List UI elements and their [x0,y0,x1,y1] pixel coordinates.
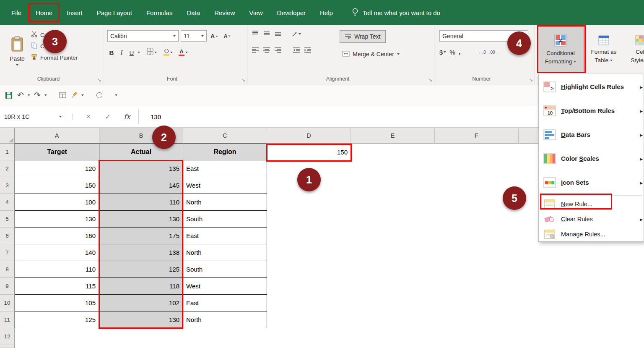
cell[interactable]: 115 [15,278,99,295]
redo-button[interactable]: ↷ [33,89,42,102]
cell[interactable]: 120 [15,160,99,177]
cell[interactable]: 145 [99,177,183,194]
row-header-8[interactable]: 8 [0,261,15,278]
cell[interactable]: West [183,177,267,194]
tell-me-box[interactable]: Tell me what you want to do [352,8,440,18]
formula-bar-handle[interactable]: ⋮ [66,113,79,120]
percent-style-button[interactable]: % [449,49,455,56]
format-as-table-button[interactable]: Format as Table [586,26,621,73]
tab-insert[interactable]: Insert [60,0,90,25]
increase-decimal-icon[interactable]: ←.0 [478,50,486,55]
underline-button[interactable]: U [127,47,136,58]
align-bottom-icon[interactable] [274,30,282,38]
column-header-d[interactable]: D [267,128,351,144]
row-header-2[interactable]: 2 [0,160,15,177]
tab-formulas[interactable]: Formulas [139,0,180,25]
cancel-button[interactable]: × [79,113,98,121]
row-header-5[interactable]: 5 [0,211,15,228]
tab-view[interactable]: View [242,0,270,25]
row-header-12[interactable]: 12 [0,328,15,345]
column-header-f[interactable]: F [435,128,519,144]
cell[interactable]: 118 [99,278,183,295]
cell[interactable]: 130 [99,211,183,228]
cell[interactable]: 105 [15,295,99,311]
column-header-e[interactable]: E [351,128,435,144]
menu-item-top-bottom-rules[interactable]: 10 Top/Bottom Rules ▸ [539,99,644,123]
cell-d1[interactable]: 150 [267,144,351,160]
paste-button[interactable]: Paste [4,29,30,73]
cell[interactable]: South [183,261,267,278]
cell[interactable]: East [183,160,267,177]
cell[interactable]: West [183,278,267,295]
tab-file[interactable]: File [4,0,29,25]
increase-indent-icon[interactable] [304,47,312,55]
record-macro-button[interactable] [95,89,104,102]
cell[interactable]: 125 [99,261,183,278]
cell[interactable]: 175 [99,228,183,244]
font-name-combo[interactable]: Calibri [107,30,179,42]
menu-item-new-rule[interactable]: New Rule... [539,196,644,212]
tab-review[interactable]: Review [207,0,242,25]
tab-developer[interactable]: Developer [270,0,313,25]
save-button[interactable] [4,89,13,102]
cell[interactable]: South [183,211,267,228]
alignment-dialog-launcher-icon[interactable]: ↘ [428,78,432,82]
menu-item-highlight-cells-rules[interactable]: > Highlight Cells Rules ▸ [539,75,644,99]
row-header-11[interactable]: 11 [0,311,15,328]
qat-more-commands-icon[interactable] [115,94,117,96]
cell[interactable]: 100 [15,194,99,211]
cell[interactable]: 110 [99,194,183,211]
cell-c1[interactable]: Region [183,144,267,160]
cell-e1[interactable] [351,144,435,160]
redo-dropdown-icon[interactable] [44,94,47,96]
grow-font-button[interactable]: A [209,33,220,39]
cell[interactable]: 150 [15,177,99,194]
touch-mode-button[interactable] [58,89,67,102]
merge-and-center-button[interactable]: Merge & Center [340,48,402,60]
cell[interactable]: North [183,194,267,211]
menu-item-color-scales[interactable]: Color Scales ▸ [539,147,644,170]
comma-style-button[interactable]: , [459,48,461,56]
row-header-7[interactable]: 7 [0,244,15,261]
cell[interactable]: 130 [99,311,183,328]
menu-item-manage-rules[interactable]: Manage Rules... [539,227,644,242]
row-header-9[interactable]: 9 [0,278,15,295]
format-painter-button[interactable]: Format Painter [31,54,78,61]
wrap-text-button[interactable]: Wrap Text [340,30,386,43]
cell[interactable]: 130 [15,211,99,228]
tab-home[interactable]: Home [29,3,60,22]
row-header-10[interactable]: 10 [0,295,15,311]
tab-help[interactable]: Help [313,0,340,25]
cell[interactable]: North [183,244,267,261]
cell[interactable]: 140 [15,244,99,261]
decrease-indent-icon[interactable] [293,47,300,55]
bold-button[interactable]: B [107,47,116,58]
shrink-font-button[interactable]: A [222,33,233,39]
row-header-1[interactable]: 1 [0,144,15,160]
cell[interactable]: East [183,228,267,244]
font-size-combo[interactable]: 11 [181,30,207,42]
row-header-4[interactable]: 4 [0,194,15,211]
cell[interactable]: East [183,295,267,311]
italic-button[interactable]: I [117,47,126,58]
select-all-corner[interactable] [0,128,15,144]
column-header-a[interactable]: A [15,128,99,144]
cell-f1[interactable] [435,144,519,160]
cell[interactable]: 110 [15,261,99,278]
draw-dropdown-icon[interactable] [81,94,84,96]
tab-data[interactable]: Data [179,0,207,25]
insert-function-button[interactable]: fx [117,113,137,121]
row-header-3[interactable]: 3 [0,177,15,194]
number-dialog-launcher-icon[interactable]: ↘ [529,78,533,82]
orientation-button[interactable] [292,31,301,37]
conditional-formatting-button[interactable]: ≠ Conditional Formatting [538,26,584,73]
accounting-format-button[interactable]: $ [439,49,446,56]
draw-button[interactable] [70,89,79,102]
clipboard-dialog-launcher-icon[interactable]: ↘ [97,78,101,82]
enter-button[interactable]: ✓ [98,113,117,121]
row-header-6[interactable]: 6 [0,228,15,244]
tab-page-layout[interactable]: Page Layout [90,0,139,25]
underline-dropdown-icon[interactable] [138,52,140,53]
fill-color-button[interactable] [164,49,173,56]
align-left-icon[interactable] [252,47,259,55]
